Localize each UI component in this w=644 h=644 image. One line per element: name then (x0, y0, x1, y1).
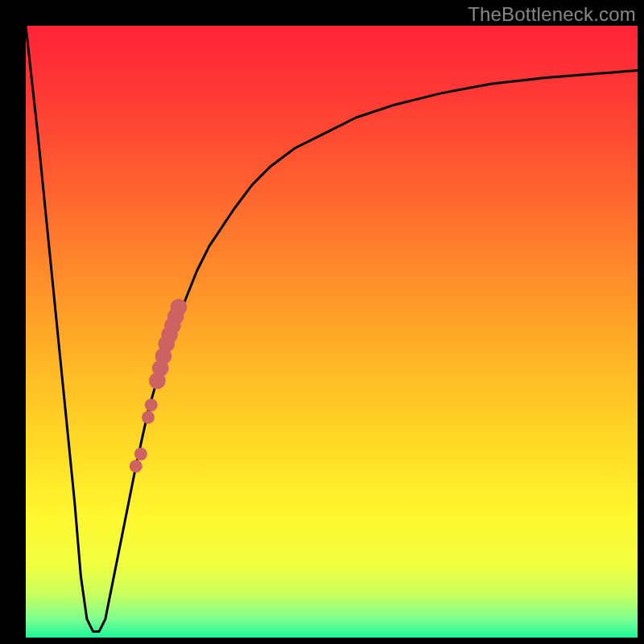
watermark-text: TheBottleneck.com (468, 3, 636, 26)
plot-area (26, 26, 638, 638)
svg-point-1 (130, 460, 142, 473)
chart-frame: TheBottleneck.com (0, 0, 644, 644)
svg-point-3 (142, 411, 155, 423)
svg-point-2 (134, 448, 147, 460)
svg-point-12 (171, 299, 188, 316)
highlight-dots (26, 26, 638, 638)
svg-point-4 (145, 398, 158, 411)
